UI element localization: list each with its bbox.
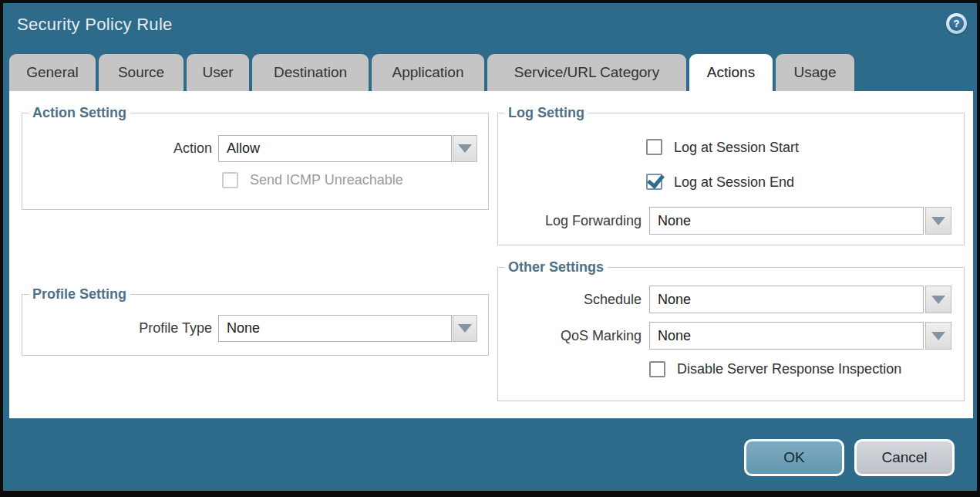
disable-server-response-inspection-checkbox[interactable] xyxy=(649,361,665,377)
qos-marking-dropdown-arrow-icon[interactable] xyxy=(925,322,951,350)
cancel-button[interactable]: Cancel xyxy=(854,439,955,476)
action-dropdown[interactable]: Allow xyxy=(218,135,452,162)
tab-usage[interactable]: Usage xyxy=(776,54,854,91)
ok-button[interactable]: OK xyxy=(744,439,844,476)
log-forwarding-dropdown-arrow-icon[interactable] xyxy=(925,207,951,235)
tab-bar: General Source User Destination Applicat… xyxy=(9,54,854,91)
schedule-label: Schedule xyxy=(441,286,642,313)
log-at-session-start-checkbox[interactable] xyxy=(646,139,662,155)
action-label: Action xyxy=(56,135,212,162)
help-question-glyph: ? xyxy=(949,16,964,31)
log-at-session-end-label: Log at Session End xyxy=(674,174,794,191)
log-forwarding-label: Log Forwarding xyxy=(441,207,642,235)
tab-user[interactable]: User xyxy=(187,54,249,91)
profile-setting-title: Profile Setting xyxy=(29,286,130,303)
profile-type-dropdown[interactable]: None xyxy=(218,315,452,342)
tab-actions[interactable]: Actions xyxy=(689,54,773,91)
log-at-session-end-checkbox[interactable] xyxy=(646,174,662,190)
help-icon[interactable]: ? xyxy=(946,13,967,34)
profile-type-label: Profile Type xyxy=(56,315,212,342)
log-at-session-start-label: Log at Session Start xyxy=(674,139,799,156)
action-dropdown-arrow-icon[interactable] xyxy=(453,135,477,162)
security-policy-rule-dialog: Security Policy Rule ? General Source Us… xyxy=(0,0,980,497)
schedule-dropdown[interactable]: None xyxy=(649,286,924,313)
log-setting-title: Log Setting xyxy=(504,105,588,121)
tab-source[interactable]: Source xyxy=(99,54,184,91)
actions-tab-panel: Action Setting Action Allow Send ICMP Un… xyxy=(9,91,973,418)
schedule-dropdown-arrow-icon[interactable] xyxy=(925,286,951,313)
qos-marking-label: QoS Marking xyxy=(441,322,642,350)
other-settings-title: Other Settings xyxy=(504,259,608,276)
action-setting-title: Action Setting xyxy=(29,105,130,121)
send-icmp-unreachable-checkbox xyxy=(222,172,238,188)
qos-marking-dropdown[interactable]: None xyxy=(649,322,924,350)
disable-server-response-inspection-label: Disable Server Response Inspection xyxy=(677,361,901,377)
tab-general[interactable]: General xyxy=(9,54,96,91)
log-forwarding-dropdown[interactable]: None xyxy=(649,207,924,235)
dialog-title: Security Policy Rule xyxy=(17,15,173,35)
tab-application[interactable]: Application xyxy=(372,54,484,91)
tab-service-url-category[interactable]: Service/URL Category xyxy=(487,54,686,91)
send-icmp-unreachable-label: Send ICMP Unreachable xyxy=(250,172,403,188)
tab-destination[interactable]: Destination xyxy=(252,54,369,91)
